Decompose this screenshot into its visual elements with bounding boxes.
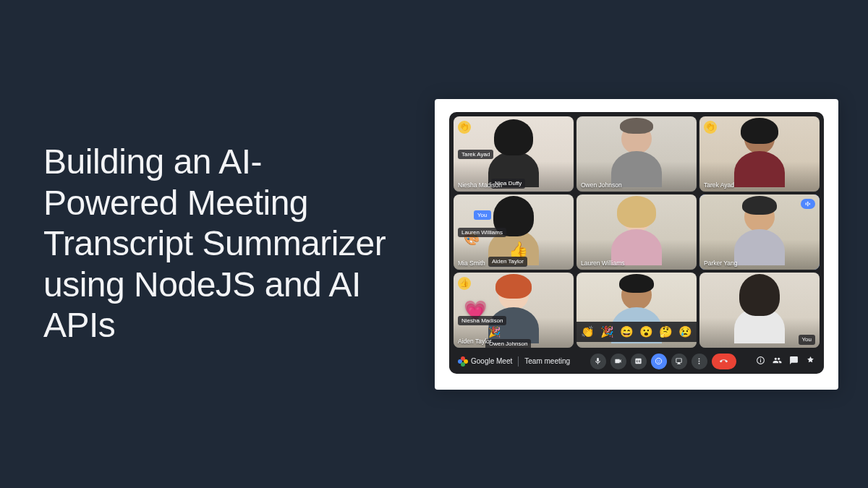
reaction-wow-icon[interactable]: 😮: [639, 325, 653, 338]
meet-window: 👏 Tarek Ayad Nina Duffy Niesha Madison O…: [449, 112, 824, 374]
svg-point-6: [699, 358, 700, 359]
hero-image: 👏 Tarek Ayad Nina Duffy Niesha Madison O…: [405, 99, 868, 390]
reaction-badge: 👏: [704, 121, 717, 134]
reaction-party-icon[interactable]: 🎉: [600, 325, 614, 338]
participant-tile: Parker Yang: [699, 194, 820, 270]
floating-name-pill: Niesha Madison: [458, 316, 506, 326]
participant-tile: 👍 💗 Niesha Madison Owen Johnson 🎉 Aiden …: [454, 273, 574, 348]
reaction-badge: 👍: [458, 277, 471, 290]
participant-tile: 👍 👏 🎉 😄 😮 🤔 😢 👎: [576, 273, 697, 348]
svg-rect-0: [806, 202, 807, 205]
meet-toolbar: Google Meet Team meeting: [454, 349, 820, 371]
page-title: Building an AI-Powered Meeting Transcrip…: [43, 142, 391, 346]
reaction-laugh-icon[interactable]: 😄: [620, 325, 634, 338]
reaction-sad-icon[interactable]: 😢: [678, 325, 692, 338]
participant-tile: Owen Johnson: [576, 116, 697, 192]
participant-name: Owen Johnson: [581, 181, 622, 189]
svg-point-11: [760, 358, 761, 359]
activities-button[interactable]: [806, 355, 815, 368]
people-button[interactable]: [773, 355, 782, 368]
svg-rect-2: [809, 202, 810, 205]
svg-point-8: [699, 363, 700, 364]
info-button[interactable]: [756, 355, 765, 368]
svg-point-3: [655, 358, 661, 364]
present-button[interactable]: [671, 354, 687, 369]
participant-name: Parker Yang: [704, 260, 737, 267]
svg-point-7: [699, 361, 700, 362]
reactions-button[interactable]: [651, 354, 667, 369]
google-meet-logo: Google Meet: [458, 356, 512, 367]
svg-rect-1: [807, 201, 808, 206]
participant-tile: 👏 Tarek Ayad Nina Duffy Niesha Madison: [454, 116, 574, 192]
participant-name: Tarek Ayad: [704, 181, 734, 189]
participant-tile: You: [699, 273, 820, 348]
participant-tile: Lauren Williams: [576, 194, 697, 270]
camera-button[interactable]: [610, 354, 626, 369]
svg-rect-10: [760, 359, 761, 362]
meeting-name: Team meeting: [524, 357, 570, 365]
more-options-button[interactable]: [692, 354, 707, 369]
participant-name: Lauren Williams: [581, 260, 624, 267]
svg-point-4: [658, 360, 658, 361]
floating-name-pill: Aiden Taylor: [488, 257, 527, 267]
reaction-clap-icon[interactable]: 👏: [581, 325, 595, 338]
reaction-bar[interactable]: 👍 👏 🎉 😄 😮 🤔 😢 👎: [576, 322, 697, 342]
chat-button[interactable]: [789, 355, 799, 368]
you-pill: You: [474, 210, 491, 221]
participant-name: Mia Smith: [458, 260, 485, 267]
product-name: Google Meet: [471, 357, 512, 365]
speaking-indicator-icon: [801, 199, 815, 209]
mic-button[interactable]: [590, 354, 606, 369]
confetti-icon: 🎉: [488, 326, 501, 338]
svg-point-5: [659, 360, 660, 361]
participant-name: Aiden Taylor: [458, 338, 492, 345]
reaction-badge: 👏: [458, 121, 471, 134]
floating-name-pill: Lauren Williams: [458, 228, 506, 238]
you-pill: You: [799, 335, 816, 345]
floating-name-pill: Tarek Ayad: [458, 150, 493, 160]
participant-tile: 👏 Tarek Ayad: [699, 116, 820, 192]
hangup-button[interactable]: [712, 354, 736, 369]
participant-name: Niesha Madison: [458, 181, 502, 189]
floating-name-pill: Owen Johnson: [485, 339, 531, 348]
captions-button[interactable]: [631, 354, 647, 369]
reaction-think-icon[interactable]: 🤔: [659, 325, 673, 338]
participant-tile: 🎨 You Lauren Williams 👍 Aiden Taylor Mia…: [454, 194, 574, 270]
